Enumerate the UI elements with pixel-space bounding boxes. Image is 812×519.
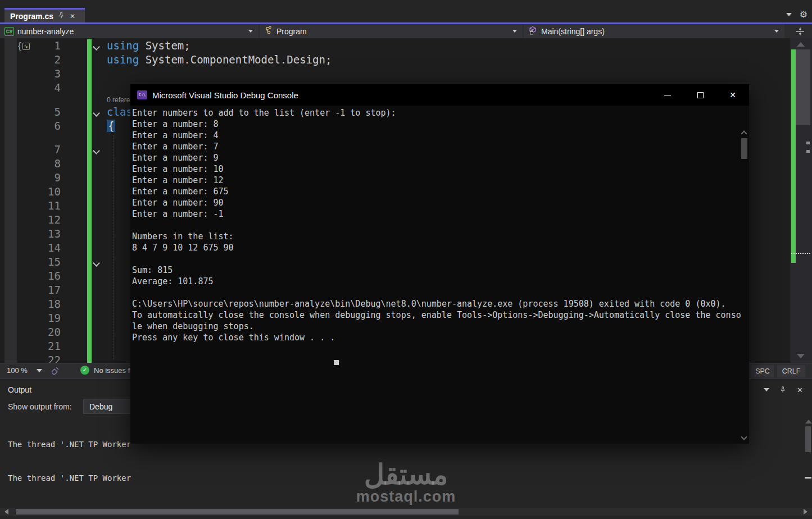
tab-program-cs[interactable]: Program.cs ✕	[4, 8, 85, 22]
type-name: Program	[276, 27, 307, 36]
output-horizontal-scrollbar[interactable]	[0, 508, 812, 516]
scrollbar-thumb[interactable]	[795, 49, 810, 125]
close-button[interactable]: ✕	[716, 84, 749, 106]
scrollbar-thumb[interactable]	[805, 426, 811, 452]
window-top-strip	[0, 0, 812, 8]
fold-chevron-icon[interactable]	[93, 260, 100, 267]
matched-brace: {	[107, 120, 115, 132]
zoom-level: 100 %	[7, 366, 28, 375]
chevron-down-icon	[37, 369, 42, 372]
output-panel-title: Output	[8, 385, 31, 394]
code-line: 1using System;	[0, 39, 753, 53]
pin-icon[interactable]	[779, 386, 787, 394]
minimize-button[interactable]	[651, 84, 684, 106]
scroll-down-icon[interactable]	[741, 434, 747, 440]
chevron-down-icon	[512, 30, 517, 33]
member-name: Main(string[] args)	[541, 27, 605, 36]
scrollbar-thumb[interactable]	[741, 138, 747, 159]
console-title-bar[interactable]: C:\ Microsoft Visual Studio Debug Consol…	[130, 84, 749, 106]
health-text: No issues fo	[94, 366, 134, 375]
output-vertical-scrollbar[interactable]	[804, 416, 812, 506]
maximize-button[interactable]	[684, 84, 716, 106]
fold-chevron-icon[interactable]	[93, 43, 100, 51]
console-text: Enter numbers to add to the list (enter …	[130, 106, 749, 343]
class-icon	[264, 26, 273, 37]
console-app-icon: C:\	[137, 90, 147, 99]
editor-vertical-scrollbar[interactable]	[790, 38, 812, 363]
scrollbar-change-marks	[791, 49, 796, 263]
csharp-project-icon: C#	[4, 27, 14, 36]
output-line: The thread '.NET TP Worker	[8, 472, 804, 484]
scroll-up-icon[interactable]	[805, 420, 812, 424]
document-tab-bar: Program.cs ✕ ⚙	[0, 8, 812, 22]
code-line: 2using System.ComponentModel.Design;	[0, 53, 753, 67]
visual-studio-window: Program.cs ✕ ⚙ C# number-analyze Program	[0, 0, 812, 519]
console-scrollbar[interactable]	[740, 128, 749, 443]
console-cursor	[334, 360, 339, 365]
code-line: 3	[0, 67, 753, 81]
scrollbar-thumb[interactable]	[16, 509, 459, 515]
project-dropdown[interactable]: C# number-analyze	[0, 24, 260, 38]
split-editor-button[interactable]	[791, 25, 809, 37]
scroll-down-icon[interactable]	[797, 354, 805, 358]
scroll-up-icon[interactable]	[741, 130, 747, 136]
console-title: Microsoft Visual Studio Debug Console	[152, 90, 298, 100]
space-indicator-button[interactable]: SPC	[751, 365, 774, 377]
gear-icon[interactable]: ⚙	[800, 10, 808, 19]
fold-chevron-icon[interactable]	[93, 147, 100, 154]
member-dropdown[interactable]: Main(string[] args)	[524, 24, 786, 38]
scroll-left-icon[interactable]	[4, 509, 8, 515]
scrollbar-mark	[805, 477, 811, 479]
window-position-chevron-icon[interactable]	[764, 388, 769, 391]
output-source-value: Debug	[89, 402, 112, 411]
scrollbar-change-marks	[791, 254, 796, 263]
scroll-up-icon[interactable]	[797, 42, 805, 47]
scrollbar-mark	[806, 142, 810, 144]
chevron-down-icon	[774, 30, 779, 33]
project-name: number-analyze	[17, 27, 74, 36]
type-dropdown[interactable]: Program	[260, 24, 524, 38]
scroll-right-icon[interactable]	[804, 509, 808, 515]
tab-list-chevron-down-icon[interactable]	[786, 13, 792, 16]
scrollbar-mark	[806, 150, 810, 153]
console-output[interactable]: Enter numbers to add to the list (enter …	[130, 106, 749, 444]
debug-console-window[interactable]: C:\ Microsoft Visual Studio Debug Consol…	[130, 84, 749, 444]
show-output-from-label: Show output from:	[8, 402, 72, 411]
close-icon[interactable]: ✕	[797, 386, 803, 394]
close-icon[interactable]: ✕	[70, 13, 75, 20]
navigation-bar: C# number-analyze Program Main(string[] …	[0, 24, 812, 38]
zoom-dropdown[interactable]: 100 %	[7, 366, 42, 375]
method-lock-icon	[528, 26, 538, 37]
chevron-down-icon	[248, 30, 253, 33]
check-icon: ✓	[80, 366, 89, 375]
tab-title: Program.cs	[10, 12, 53, 21]
pin-icon[interactable]	[58, 12, 65, 20]
fold-chevron-icon[interactable]	[93, 110, 100, 117]
document-health-indicator[interactable]: ✓ No issues fo	[80, 366, 134, 375]
line-ending-button[interactable]: CRLF	[777, 365, 805, 377]
code-cleanup-icon[interactable]	[51, 366, 60, 377]
